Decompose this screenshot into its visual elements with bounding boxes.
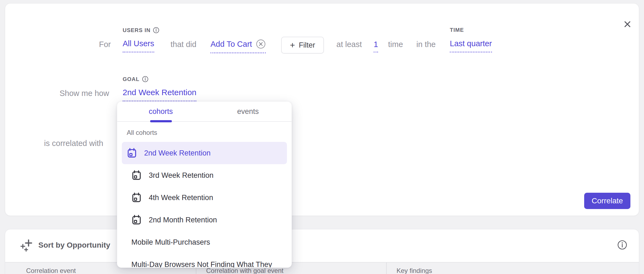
tab-events[interactable]: events bbox=[205, 102, 292, 121]
cohort-item-label: 2nd Month Retention bbox=[149, 216, 217, 224]
cohort-section-label: All cohorts bbox=[127, 129, 292, 136]
cohort-item[interactable]: 4th Week Retention bbox=[122, 186, 287, 209]
at-least-word: at least bbox=[336, 40, 362, 49]
that-did-word: that did bbox=[171, 40, 196, 49]
sort-by-opportunity-label: Sort by Opportunity bbox=[38, 241, 110, 250]
count-selector[interactable]: 1 bbox=[374, 40, 378, 52]
users-in-label: USERS IN bbox=[123, 27, 159, 33]
calendar-icon bbox=[131, 170, 142, 181]
sort-by-opportunity-button[interactable]: Sort by Opportunity bbox=[20, 239, 110, 252]
results-table-header: Correlation event Correlation with goal … bbox=[5, 262, 639, 274]
info-icon[interactable] bbox=[142, 76, 148, 82]
correlate-button[interactable]: Correlate bbox=[584, 193, 630, 209]
calendar-icon bbox=[131, 214, 142, 225]
cohort-item[interactable]: Multi-Day Browsers Not Finding What They bbox=[122, 253, 287, 268]
cohort-item-label: 4th Week Retention bbox=[149, 194, 213, 202]
info-icon[interactable] bbox=[153, 27, 159, 33]
calendar-icon bbox=[127, 148, 137, 158]
users-in-label-text: USERS IN bbox=[123, 27, 150, 33]
in-the-word: in the bbox=[416, 40, 436, 49]
sparkle-icon bbox=[20, 239, 33, 252]
timerange-selector[interactable]: Last quarter bbox=[450, 39, 492, 52]
cohort-item-label: Mobile Multi-Purchasers bbox=[131, 238, 210, 247]
calendar-icon bbox=[131, 192, 142, 203]
dropdown-body: All cohorts 2nd Week Retention3rd Week R… bbox=[117, 122, 292, 268]
time-label: TIME bbox=[450, 27, 464, 33]
column-header-correlation-with-goal: Correlation with goal event bbox=[206, 267, 283, 274]
active-tab-indicator bbox=[150, 120, 172, 122]
event-selector-label: Add To Cart bbox=[210, 40, 252, 49]
cohort-item-label: 2nd Week Retention bbox=[144, 149, 210, 157]
column-divider bbox=[386, 263, 387, 274]
cohort-item-label: Multi-Day Browsers Not Finding What They bbox=[131, 260, 272, 268]
column-header-key-findings: Key findings bbox=[397, 267, 432, 274]
filter-button-label: Filter bbox=[299, 41, 315, 49]
column-header-correlation-event: Correlation event bbox=[26, 267, 76, 274]
goal-selector[interactable]: 2nd Week Retention bbox=[123, 88, 196, 101]
tab-cohorts[interactable]: cohorts bbox=[117, 102, 205, 121]
cohort-item[interactable]: 2nd Month Retention bbox=[122, 209, 287, 231]
cohort-item-label: 3rd Week Retention bbox=[149, 171, 213, 180]
is-correlated-with-word: is correlated with bbox=[44, 139, 103, 148]
correlation-query-card: USERS IN TIME For All Users that did Add… bbox=[5, 3, 639, 216]
for-word: For bbox=[99, 40, 111, 49]
time-label-text: TIME bbox=[450, 27, 464, 33]
show-me-how-word: Show me how bbox=[60, 89, 109, 98]
goal-selector-dropdown: cohorts events All cohorts 2nd Week Rete… bbox=[117, 101, 292, 268]
remove-event-icon[interactable] bbox=[256, 39, 266, 49]
info-icon[interactable] bbox=[617, 240, 627, 250]
results-toolbar: Sort by Opportunity bbox=[5, 229, 639, 262]
cohort-list: 2nd Week Retention3rd Week Retention4th … bbox=[117, 142, 292, 268]
results-card: Sort by Opportunity Correlation event Co… bbox=[5, 229, 639, 274]
event-selector[interactable]: Add To Cart bbox=[210, 39, 266, 53]
cohort-item[interactable]: Mobile Multi-Purchasers bbox=[122, 231, 287, 253]
add-filter-button[interactable]: + Filter bbox=[281, 37, 324, 54]
close-icon[interactable] bbox=[620, 17, 634, 31]
cohort-item[interactable]: 3rd Week Retention bbox=[122, 164, 287, 186]
goal-label: GOAL bbox=[123, 76, 148, 82]
cohort-item[interactable]: 2nd Week Retention bbox=[122, 142, 287, 164]
dropdown-tabs: cohorts events bbox=[117, 102, 292, 122]
time-word: time bbox=[388, 40, 403, 49]
users-selector[interactable]: All Users bbox=[123, 39, 154, 52]
goal-label-text: GOAL bbox=[123, 76, 140, 82]
plus-icon: + bbox=[290, 41, 295, 49]
